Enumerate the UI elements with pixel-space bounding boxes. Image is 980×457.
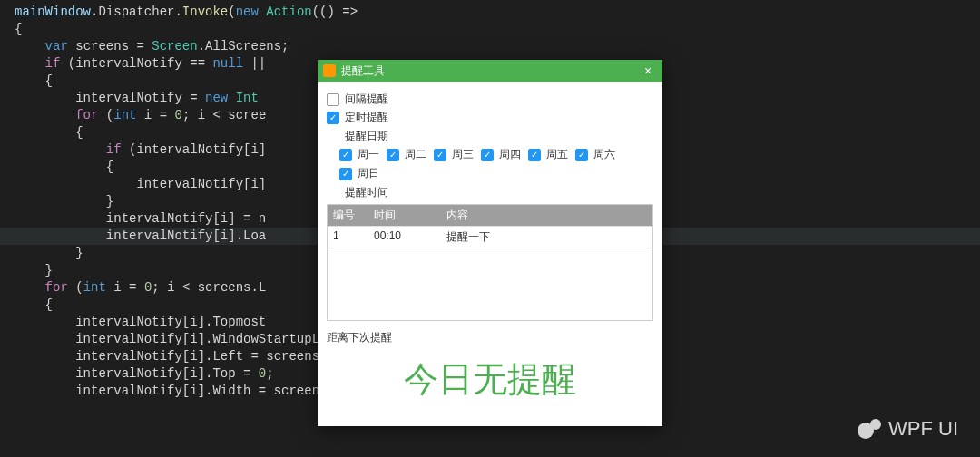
day-checkbox[interactable]: ✓	[528, 149, 541, 161]
day-label: 周六	[593, 147, 615, 162]
table-row[interactable]: 100:10提醒一下	[328, 226, 652, 248]
day-label: 周四	[499, 147, 521, 162]
timed-reminder-label: 定时提醒	[345, 110, 388, 125]
day-item: ✓周二	[387, 147, 426, 162]
watermark: WPF UI	[858, 417, 958, 441]
today-no-reminder-message: 今日无提醒	[327, 351, 653, 415]
day-item: ✓周日	[339, 166, 379, 181]
wechat-icon	[858, 417, 881, 441]
th-content: 内容	[441, 205, 652, 226]
day-checkbox[interactable]: ✓	[339, 168, 352, 180]
reminder-table[interactable]: 编号 时间 内容 100:10提醒一下	[327, 204, 653, 321]
table-cell: 00:10	[368, 227, 441, 248]
table-header: 编号 时间 内容	[328, 205, 652, 226]
code-line[interactable]: mainWindow.Dispatcher.Invoke(new Action(…	[0, 4, 980, 21]
close-icon[interactable]: ×	[639, 63, 657, 78]
day-item: ✓周三	[434, 147, 474, 162]
interval-reminder-checkbox[interactable]	[327, 93, 339, 106]
interval-reminder-label: 间隔提醒	[345, 92, 388, 107]
day-label: 周二	[405, 147, 426, 162]
days-row: ✓周一✓周二✓周三✓周四✓周五✓周六✓周日	[339, 147, 653, 181]
day-label: 周日	[358, 166, 379, 181]
days-section-label: 提醒日期	[345, 129, 653, 144]
day-item: ✓周四	[481, 147, 521, 162]
th-id: 编号	[328, 205, 368, 226]
dialog-title: 提醒工具	[341, 63, 639, 79]
day-label: 周一	[358, 147, 379, 162]
day-label: 周三	[452, 147, 474, 162]
app-icon	[323, 64, 336, 77]
day-label: 周五	[546, 147, 568, 162]
day-checkbox[interactable]: ✓	[339, 149, 352, 161]
timed-reminder-checkbox[interactable]: ✓	[327, 112, 339, 124]
dialog-titlebar[interactable]: 提醒工具 ×	[318, 60, 662, 82]
time-section-label: 提醒时间	[345, 185, 653, 200]
next-reminder-label: 距离下次提醒	[327, 330, 653, 345]
table-empty-area	[328, 248, 652, 320]
day-item: ✓周一	[339, 147, 379, 162]
table-cell: 提醒一下	[441, 227, 652, 248]
table-cell: 1	[328, 227, 368, 248]
day-checkbox[interactable]: ✓	[575, 149, 588, 161]
code-line[interactable]: {	[0, 21, 980, 38]
day-checkbox[interactable]: ✓	[481, 149, 494, 161]
day-item: ✓周五	[528, 147, 568, 162]
day-checkbox[interactable]: ✓	[387, 149, 399, 161]
watermark-text: WPF UI	[888, 417, 958, 441]
reminder-dialog: 提醒工具 × 间隔提醒 ✓ 定时提醒 提醒日期 ✓周一✓周二✓周三✓周四✓周五✓…	[318, 60, 662, 426]
day-checkbox[interactable]: ✓	[434, 149, 446, 161]
code-line[interactable]: var screens = Screen.AllScreens;	[0, 38, 980, 55]
dialog-body: 间隔提醒 ✓ 定时提醒 提醒日期 ✓周一✓周二✓周三✓周四✓周五✓周六✓周日 提…	[318, 82, 662, 426]
day-item: ✓周六	[575, 147, 615, 162]
th-time: 时间	[368, 205, 441, 226]
